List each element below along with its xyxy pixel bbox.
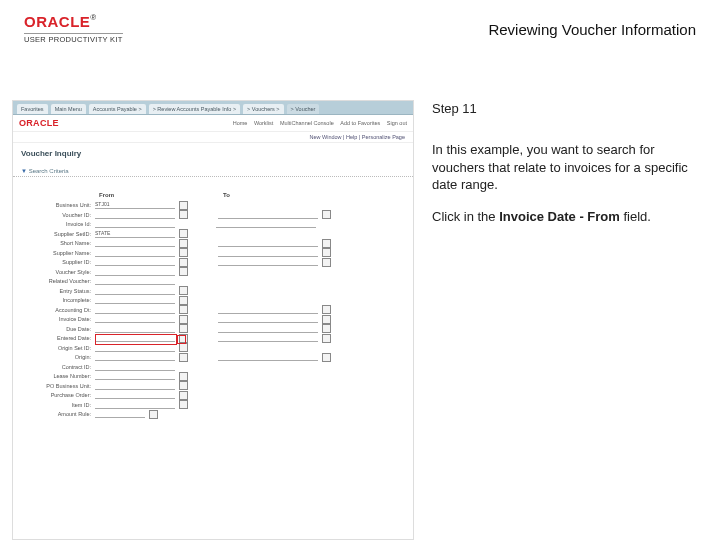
calendar-icon[interactable] bbox=[322, 305, 331, 314]
calendar-icon[interactable] bbox=[322, 324, 331, 333]
supplier-id-from[interactable] bbox=[95, 258, 175, 266]
lookup-icon[interactable] bbox=[179, 391, 188, 400]
invoice-date-to[interactable] bbox=[218, 315, 318, 323]
lookup-icon[interactable] bbox=[322, 210, 331, 219]
page-actions[interactable]: New Window | Help | Personalize Page bbox=[13, 131, 413, 143]
entry-status-select[interactable] bbox=[95, 287, 175, 295]
link-favorites[interactable]: Add to Favorites bbox=[340, 120, 380, 126]
label-invoice-id: Invoice Id: bbox=[13, 221, 95, 227]
incomplete-select[interactable] bbox=[95, 296, 175, 304]
label-bu: Business Unit: bbox=[13, 202, 95, 208]
label-entry-status: Entry Status: bbox=[13, 288, 95, 294]
search-criteria-header[interactable]: ▼ Search Criteria bbox=[13, 166, 413, 177]
item-id-input[interactable] bbox=[95, 401, 175, 409]
voucher-id-from[interactable] bbox=[95, 211, 175, 219]
lookup-icon[interactable] bbox=[179, 201, 188, 210]
supplier-name-from[interactable] bbox=[95, 249, 175, 257]
label-invoice-date: Invoice Date: bbox=[13, 316, 95, 322]
contract-id-input[interactable] bbox=[95, 363, 175, 371]
instruction-text-1: In this example, you want to search for … bbox=[432, 141, 708, 194]
brand-tm: ® bbox=[90, 13, 96, 22]
lookup-icon[interactable] bbox=[179, 400, 188, 409]
label-origin: Origin: bbox=[13, 354, 95, 360]
label-po-bu: PO Business Unit: bbox=[13, 383, 95, 389]
label-lease-number: Lease Number: bbox=[13, 373, 95, 379]
lookup-icon[interactable] bbox=[322, 258, 331, 267]
entered-date-to[interactable] bbox=[218, 334, 318, 342]
invoice-id-to[interactable] bbox=[216, 220, 316, 228]
origin-setid-input[interactable] bbox=[95, 344, 175, 352]
entered-date-from[interactable] bbox=[95, 334, 175, 342]
tab-ap[interactable]: Accounts Payable > bbox=[89, 104, 146, 114]
accounting-dt-from[interactable] bbox=[95, 306, 175, 314]
lookup-icon[interactable] bbox=[179, 372, 188, 381]
label-entered-date: Entered Date: bbox=[13, 335, 95, 341]
dropdown-icon[interactable] bbox=[179, 296, 188, 305]
brand-logo: ORACLE® USER PRODUCTIVITY KIT bbox=[24, 14, 123, 44]
page-title: Reviewing Voucher Information bbox=[488, 21, 696, 38]
supplier-name-to[interactable] bbox=[218, 249, 318, 257]
lookup-icon[interactable] bbox=[179, 353, 188, 362]
link-worklist[interactable]: Worklist bbox=[254, 120, 273, 126]
col-from: From bbox=[99, 192, 183, 198]
lookup-icon[interactable] bbox=[322, 248, 331, 257]
calendar-icon[interactable] bbox=[179, 315, 188, 324]
label-amount-rule: Amount Rule: bbox=[13, 411, 95, 417]
calendar-icon[interactable] bbox=[322, 334, 331, 343]
accounting-dt-to[interactable] bbox=[218, 306, 318, 314]
tab-vouchers[interactable]: > Vouchers > bbox=[243, 104, 283, 114]
amount-rule-select[interactable] bbox=[95, 410, 145, 418]
breadcrumb-tabs: Favorites Main Menu Accounts Payable > >… bbox=[13, 101, 413, 115]
lookup-icon[interactable] bbox=[179, 210, 188, 219]
step-number: Step 11 bbox=[432, 100, 708, 118]
label-voucher-id: Voucher ID: bbox=[13, 212, 95, 218]
tab-review[interactable]: > Review Accounts Payable Info > bbox=[149, 104, 240, 114]
label-incomplete: Incomplete: bbox=[13, 297, 95, 303]
lookup-icon[interactable] bbox=[322, 353, 331, 362]
short-name-to[interactable] bbox=[218, 239, 318, 247]
dropdown-icon[interactable] bbox=[179, 286, 188, 295]
link-signout[interactable]: Sign out bbox=[387, 120, 407, 126]
lookup-icon[interactable] bbox=[179, 239, 188, 248]
link-home[interactable]: Home bbox=[233, 120, 248, 126]
link-mcc[interactable]: MultiChannel Console bbox=[280, 120, 334, 126]
invoice-date-from[interactable] bbox=[95, 315, 175, 323]
label-setid: Supplier SetID: bbox=[13, 231, 95, 237]
label-origin-setid: Origin Set ID: bbox=[13, 345, 95, 351]
voucher-style-select[interactable] bbox=[95, 268, 175, 276]
lookup-icon[interactable] bbox=[322, 239, 331, 248]
lease-number-input[interactable] bbox=[95, 372, 175, 380]
setid-input[interactable]: STATE bbox=[95, 230, 175, 238]
dropdown-icon[interactable] bbox=[149, 410, 158, 419]
lookup-icon[interactable] bbox=[179, 258, 188, 267]
screen-title: Voucher Inquiry bbox=[13, 143, 413, 166]
lookup-icon[interactable] bbox=[179, 248, 188, 257]
lookup-icon[interactable] bbox=[179, 381, 188, 390]
collapse-icon: ▼ bbox=[21, 168, 27, 174]
lookup-icon[interactable] bbox=[179, 343, 188, 352]
bu-input[interactable]: STJ01 bbox=[95, 201, 175, 209]
calendar-icon[interactable] bbox=[179, 324, 188, 333]
supplier-id-to[interactable] bbox=[218, 258, 318, 266]
short-name-from[interactable] bbox=[95, 239, 175, 247]
related-voucher-input[interactable] bbox=[95, 277, 175, 285]
due-date-to[interactable] bbox=[218, 325, 318, 333]
tab-voucher[interactable]: > Voucher bbox=[287, 104, 320, 114]
dropdown-icon[interactable] bbox=[179, 267, 188, 276]
calendar-icon[interactable] bbox=[179, 334, 188, 343]
instruction-text-2: Click in the Invoice Date - From field. bbox=[432, 208, 708, 226]
po-input[interactable] bbox=[95, 391, 175, 399]
label-short-name: Short Name: bbox=[13, 240, 95, 246]
calendar-icon[interactable] bbox=[322, 315, 331, 324]
lookup-icon[interactable] bbox=[179, 229, 188, 238]
origin-to[interactable] bbox=[218, 353, 318, 361]
origin-from[interactable] bbox=[95, 353, 175, 361]
voucher-id-to[interactable] bbox=[218, 211, 318, 219]
invoice-id-from[interactable] bbox=[95, 220, 175, 228]
po-bu-input[interactable] bbox=[95, 382, 175, 390]
calendar-icon[interactable] bbox=[179, 305, 188, 314]
label-due-date: Due Date: bbox=[13, 326, 95, 332]
due-date-from[interactable] bbox=[95, 325, 175, 333]
tab-favorites[interactable]: Favorites bbox=[17, 104, 48, 114]
tab-main-menu[interactable]: Main Menu bbox=[51, 104, 86, 114]
